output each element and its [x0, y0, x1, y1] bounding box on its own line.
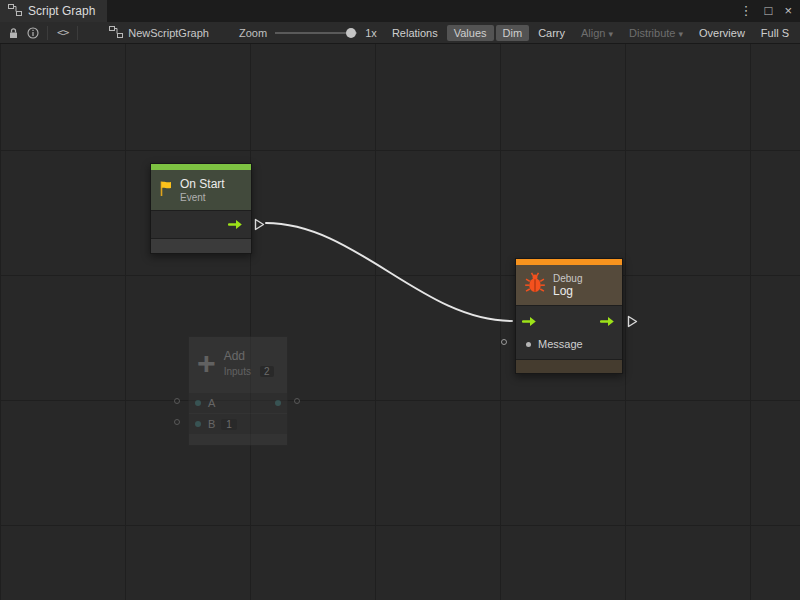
align-button-label: Align — [581, 27, 605, 39]
on-start-footer — [151, 238, 251, 253]
maximize-icon[interactable]: □ — [765, 0, 773, 22]
message-input-port[interactable] — [501, 339, 507, 345]
node-category: Debug — [553, 273, 582, 284]
distribute-button-label: Distribute — [629, 27, 675, 39]
debug-log-footer — [516, 359, 622, 373]
port-a-dot — [195, 400, 201, 406]
toolbar-separator — [47, 26, 48, 40]
node-subtitle: Event — [180, 192, 225, 203]
port-row-a[interactable]: A — [189, 393, 287, 413]
bug-icon — [523, 271, 547, 299]
debug-log-ports: Message — [516, 305, 622, 359]
add-titles: Add Inputs 2 — [224, 349, 274, 377]
add-input-b-port[interactable] — [174, 419, 180, 425]
close-icon[interactable]: × — [784, 0, 792, 22]
node-title: Log — [553, 284, 582, 298]
script-graph-window: Script Graph ⋮ □ × <> NewScriptGraph Zoo… — [0, 0, 800, 600]
on-start-ports — [151, 210, 251, 238]
port-b-dot — [195, 421, 201, 427]
relations-button[interactable]: Relations — [385, 25, 445, 41]
align-button[interactable]: Align▾ — [574, 25, 620, 41]
code-icon-glyph: <> — [57, 26, 68, 39]
zoom-label: Zoom — [239, 27, 267, 39]
port-a-label: A — [208, 397, 215, 409]
add-input-a-port[interactable] — [174, 398, 180, 404]
info-icon[interactable] — [23, 24, 42, 42]
on-start-header: On Start Event — [151, 170, 251, 210]
message-port-dot — [526, 342, 531, 347]
toolbar: <> NewScriptGraph Zoom 1x Relations Valu… — [0, 22, 800, 44]
titlebar: Script Graph ⋮ □ × — [0, 0, 800, 22]
port-row-b[interactable]: B 1 — [189, 414, 287, 434]
tab-script-graph[interactable]: Script Graph — [0, 0, 107, 22]
zoom-slider[interactable] — [275, 32, 357, 34]
port-b-label: B — [208, 418, 215, 430]
on-start-output-port[interactable] — [254, 217, 265, 235]
flow-output-arrow-icon[interactable] — [228, 216, 244, 234]
menu-icon[interactable]: ⋮ — [740, 0, 753, 22]
node-debug-log[interactable]: Debug Log Message — [515, 258, 623, 374]
inputs-label: Inputs — [224, 366, 251, 377]
node-add-dimmed-group: + Add Inputs 2 A B — [172, 336, 304, 450]
message-port-label: Message — [538, 338, 583, 350]
plus-icon: + — [197, 347, 216, 379]
flow-port-row — [516, 311, 622, 333]
port-b-value-field[interactable]: 1 — [221, 419, 237, 430]
chevron-down-icon: ▾ — [678, 29, 683, 39]
graph-breadcrumb[interactable]: NewScriptGraph — [109, 26, 209, 40]
graph-icon — [109, 26, 123, 40]
message-port-row[interactable]: Message — [516, 333, 622, 355]
tab-label: Script Graph — [28, 4, 95, 18]
debug-log-output-port[interactable] — [627, 314, 638, 332]
node-on-start[interactable]: On Start Event — [150, 163, 252, 254]
inputs-count-field[interactable]: 2 — [260, 366, 274, 377]
carry-button[interactable]: Carry — [531, 25, 572, 41]
sum-output-dot — [275, 400, 281, 406]
script-graph-tab-icon — [8, 4, 22, 19]
debug-log-header: Debug Log — [516, 265, 622, 305]
zoom-slider-knob[interactable] — [346, 28, 356, 38]
distribute-button[interactable]: Distribute▾ — [622, 25, 690, 41]
node-title: On Start — [180, 177, 225, 191]
chevron-down-icon: ▾ — [608, 29, 613, 39]
graph-canvas[interactable]: On Start Event — [0, 44, 800, 600]
inputs-row: Inputs 2 — [224, 366, 274, 377]
add-output-port[interactable] — [294, 398, 300, 404]
values-button[interactable]: Values — [447, 25, 494, 41]
on-start-titles: On Start Event — [180, 177, 225, 203]
dim-button[interactable]: Dim — [496, 25, 530, 41]
overview-button[interactable]: Overview — [692, 25, 752, 41]
add-header: + Add Inputs 2 — [189, 337, 287, 389]
graph-name: NewScriptGraph — [128, 27, 209, 39]
lock-icon[interactable] — [4, 24, 23, 42]
window-controls: ⋮ □ × — [740, 0, 800, 22]
code-icon[interactable]: <> — [53, 24, 72, 42]
node-title: Add — [224, 349, 274, 363]
node-add[interactable]: + Add Inputs 2 A B — [188, 336, 288, 446]
connection-wire[interactable] — [266, 223, 512, 321]
flow-input-arrow-icon[interactable] — [522, 313, 538, 331]
zoom-value: 1x — [365, 27, 377, 39]
flag-icon — [158, 180, 174, 201]
fullscreen-button[interactable]: Full S — [754, 25, 796, 41]
flow-output-arrow-icon[interactable] — [600, 313, 616, 331]
debug-log-titles: Debug Log — [553, 273, 582, 298]
toolbar-separator — [77, 26, 78, 40]
connection-layer — [0, 44, 800, 600]
